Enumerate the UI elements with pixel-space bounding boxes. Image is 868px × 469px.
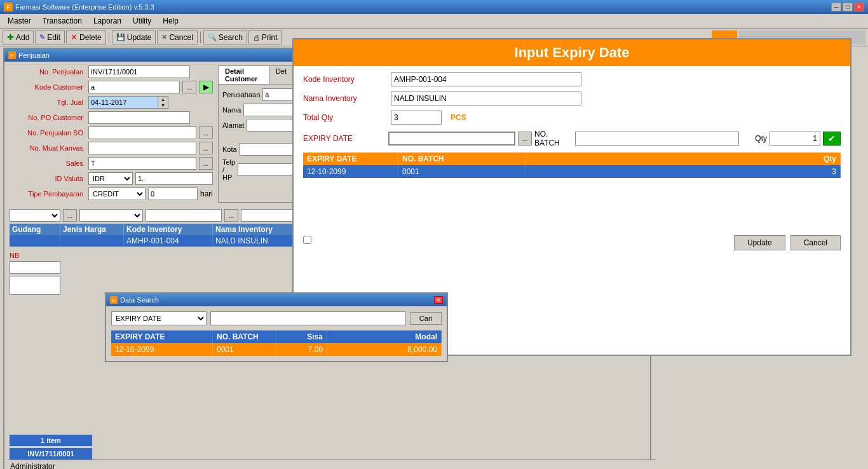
search-button[interactable]: 🔍 Search <box>203 31 247 44</box>
print-button[interactable]: 🖨 Print <box>248 31 282 44</box>
app-icon: F <box>4 3 13 11</box>
edit-button[interactable]: ✎ Edit <box>35 31 65 44</box>
cancel-button[interactable]: ✕ Cancel <box>157 31 197 44</box>
menu-help[interactable]: Help <box>158 15 184 27</box>
expiry-modal: Input Expiry Date Kode Inventory Nama In… <box>292 38 851 46</box>
toolbar-sep-1 <box>109 32 109 43</box>
print-icon: 🖨 <box>253 34 260 41</box>
minimize-button[interactable]: ─ <box>831 3 841 11</box>
maximize-button[interactable]: □ <box>843 3 853 11</box>
delete-icon: ✕ <box>71 32 78 42</box>
app-title-bar: F Farmasi Software (Enterprise Edition) … <box>0 0 868 14</box>
update-icon: 💾 <box>116 33 125 41</box>
expiry-modal-header: Input Expiry Date <box>294 39 850 46</box>
menu-bar: Master Transaction Laporan Utility Help <box>0 14 868 29</box>
update-button[interactable]: 💾 Update <box>112 31 156 44</box>
menu-master[interactable]: Master <box>3 15 36 27</box>
cancel-icon: ✕ <box>161 33 167 41</box>
edit-icon: ✎ <box>39 33 45 41</box>
search-icon: 🔍 <box>208 33 217 41</box>
app-title: Farmasi Software (Enterprise Edition) v.… <box>15 3 154 11</box>
close-button[interactable]: ✕ <box>854 3 864 11</box>
add-button[interactable]: ✚ Add <box>3 31 34 44</box>
delete-button[interactable]: ✕ Delete <box>66 31 106 44</box>
menu-transaction[interactable]: Transaction <box>37 15 87 27</box>
menu-utility[interactable]: Utility <box>128 15 156 27</box>
toolbar-sep-2 <box>200 32 201 43</box>
menu-laporan[interactable]: Laporan <box>88 15 126 27</box>
add-icon: ✚ <box>7 32 14 42</box>
